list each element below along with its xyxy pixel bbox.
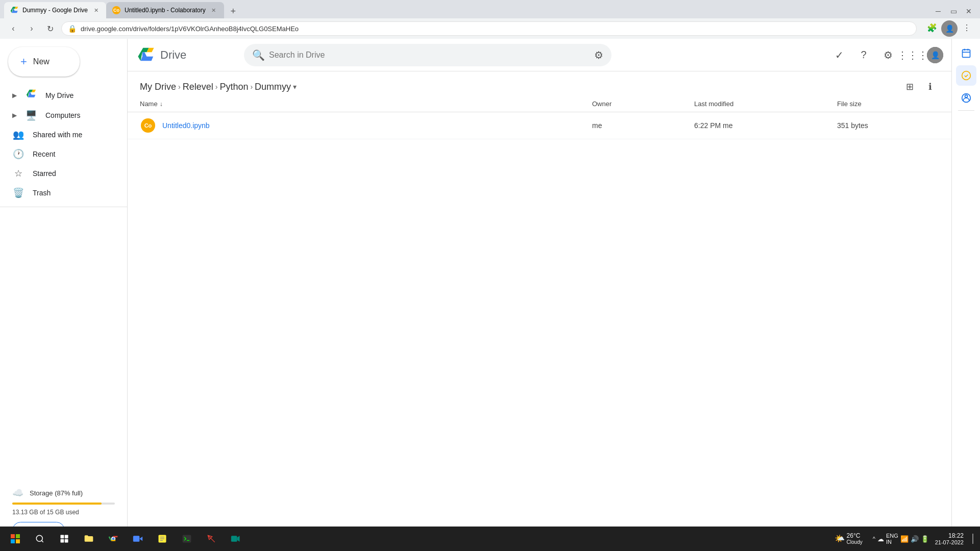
svg-rect-18 [133, 536, 140, 542]
new-button[interactable]: + New [8, 47, 80, 77]
svg-rect-12 [61, 535, 64, 539]
search-input[interactable] [269, 51, 590, 60]
storage-label: Storage (87% full) [30, 489, 83, 497]
taskbar-task-view[interactable] [53, 528, 76, 550]
weather-icon: 🌤️ [835, 534, 845, 543]
extensions-button[interactable]: 🧩 [925, 20, 939, 35]
sidebar-item-starred[interactable]: ☆ Starred [0, 164, 121, 183]
lock-icon: 🔒 [68, 24, 77, 33]
view-icons: ⊞ ℹ [900, 78, 939, 96]
info-button[interactable]: ℹ [921, 78, 939, 96]
tab-drive[interactable]: Dummyy - Google Drive ✕ [4, 2, 106, 18]
systray-expand[interactable]: ^ [873, 536, 875, 542]
colab-tab-favicon: Co [112, 6, 120, 14]
taskbar-weather: 🌤️ 26°C Cloudy [835, 532, 863, 545]
profile-avatar[interactable]: 👤 [941, 20, 958, 37]
svg-rect-13 [65, 535, 68, 539]
breadcrumb-python[interactable]: Python [219, 82, 248, 92]
table-row[interactable]: Co Untitled0.ipynb me 6:22 PM me 351 byt… [128, 112, 951, 139]
svg-rect-23 [183, 535, 191, 543]
breadcrumb: My Drive › Relevel › Python › Dummyy ▾ [140, 82, 297, 92]
taskbar: 🌤️ 26°C Cloudy ^ ☁ ENGIN 📶 🔊 🔋 18:22 21-… [0, 527, 980, 551]
breadcrumb-sep-2: › [215, 83, 218, 91]
right-panel-tasks[interactable] [956, 65, 976, 86]
breadcrumb-dummyy[interactable]: Dummyy ▾ [255, 82, 297, 92]
tab-colab-close[interactable]: ✕ [210, 6, 218, 14]
back-button[interactable]: ‹ [6, 21, 20, 36]
svg-point-4 [962, 71, 970, 80]
sidebar-item-computers[interactable]: ▶ 🖥️ Computers [0, 106, 121, 125]
column-modified: Last modified [694, 100, 837, 108]
svg-rect-9 [11, 539, 15, 543]
help-button[interactable]: ? [853, 45, 874, 65]
column-name[interactable]: Name ↓ [140, 100, 592, 108]
minimize-button[interactable]: ─ [931, 4, 945, 18]
file-icon-colab: Co [140, 117, 156, 134]
taskbar-terminal[interactable] [176, 528, 198, 550]
svg-rect-10 [16, 539, 20, 543]
wifi-icon: 📶 [900, 535, 909, 543]
taskbar-file-manager[interactable] [78, 528, 100, 550]
taskbar-notes[interactable] [151, 528, 174, 550]
address-bar[interactable]: 🔒 drive.google.com/drive/folders/1pV6VKO… [61, 21, 917, 36]
file-modified: 6:22 PM me [694, 121, 837, 130]
svg-rect-7 [11, 534, 15, 538]
expand-arrow-computers: ▶ [12, 112, 17, 119]
close-window-button[interactable]: ✕ [962, 4, 976, 18]
right-panel-divider [958, 110, 974, 111]
user-avatar[interactable]: 👤 [927, 47, 943, 63]
sidebar-item-my-drive[interactable]: ▶ My Drive [0, 85, 121, 106]
lang-label[interactable]: ENGIN [886, 533, 898, 545]
apps-button[interactable]: ⋮⋮⋮ [902, 45, 923, 65]
weather-desc: Cloudy [847, 539, 863, 545]
systray-cloud[interactable]: ☁ [877, 535, 884, 543]
search-icon: 🔍 [252, 49, 265, 61]
settings-button[interactable]: ⚙ [878, 45, 898, 65]
forward-button[interactable]: › [24, 21, 39, 36]
battery-icon: 🔋 [921, 535, 929, 543]
taskbar-search-button[interactable] [29, 528, 51, 550]
tab-drive-close[interactable]: ✕ [92, 6, 100, 14]
restore-button[interactable]: ▭ [946, 4, 961, 18]
search-bar[interactable]: 🔍 ⚙ [244, 44, 611, 66]
sidebar-item-recent[interactable]: 🕐 Recent [0, 144, 121, 164]
taskbar-clock[interactable]: 18:22 21-07-2022 [935, 532, 964, 545]
right-panel-calendar[interactable] [956, 43, 976, 63]
breadcrumb-relevel[interactable]: Relevel [183, 82, 213, 92]
grid-view-button[interactable]: ⊞ [900, 78, 919, 96]
sidebar-item-shared[interactable]: 👥 Shared with me [0, 125, 121, 144]
breadcrumb-dropdown-icon[interactable]: ▾ [293, 83, 297, 91]
sidebar-item-trash[interactable]: 🗑️ Trash [0, 183, 121, 203]
volume-icon[interactable]: 🔊 [911, 535, 919, 543]
show-desktop-button[interactable] [970, 531, 976, 547]
svg-point-17 [112, 538, 115, 540]
start-button[interactable] [4, 528, 27, 550]
clock-time: 18:22 [935, 532, 964, 539]
my-drive-icon [25, 89, 37, 102]
file-name[interactable]: Untitled0.ipynb [162, 121, 592, 130]
file-list: Name ↓ Owner Last modified File size [128, 96, 951, 551]
breadcrumb-my-drive[interactable]: My Drive [140, 82, 176, 92]
computers-icon: 🖥️ [25, 110, 37, 121]
right-panel-contacts[interactable] [956, 88, 976, 108]
reload-button[interactable]: ↻ [43, 21, 57, 36]
sidebar-shared-label: Shared with me [33, 131, 82, 139]
support-button[interactable]: ✓ [829, 45, 849, 65]
svg-rect-25 [231, 536, 237, 542]
taskbar-snipping[interactable] [200, 528, 223, 550]
sidebar-divider [0, 207, 127, 207]
taskbar-chrome[interactable] [102, 528, 125, 550]
svg-point-11 [36, 535, 42, 541]
sort-icon: ↓ [160, 101, 163, 108]
right-panel: + [951, 39, 980, 551]
taskbar-camera[interactable] [127, 528, 149, 550]
svg-rect-0 [962, 49, 970, 57]
svg-rect-15 [65, 539, 68, 543]
filter-icon[interactable]: ⚙ [594, 49, 603, 61]
storage-fill [12, 503, 102, 505]
new-tab-button[interactable]: + [226, 4, 240, 18]
menu-button[interactable]: ⋮ [960, 20, 974, 35]
drive-tab-favicon [10, 6, 18, 14]
taskbar-meet[interactable] [225, 528, 247, 550]
tab-colab[interactable]: Co Untitled0.ipynb - Colaboratory ✕ [106, 2, 224, 18]
